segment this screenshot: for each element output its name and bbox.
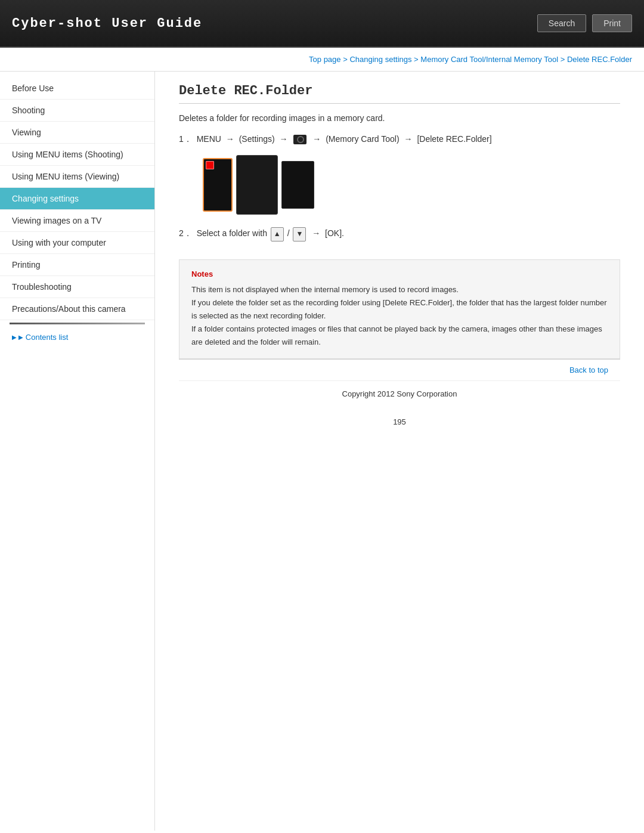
arrow-3: →: [312, 134, 323, 144]
sidebar-item-troubleshooting[interactable]: Troubleshooting: [0, 276, 154, 298]
breadcrumb: Top page > Changing settings > Memory Ca…: [0, 48, 644, 72]
sidebar-item-printing[interactable]: Printing: [0, 254, 154, 276]
step-1-tool: (Memory Card Tool): [326, 134, 399, 144]
camera-illustration-container: [203, 155, 620, 215]
sidebar-item-menu-viewing[interactable]: Using MENU items (Viewing): [0, 166, 154, 188]
camera-body-secondary: [281, 161, 314, 209]
note-2: If you delete the folder set as the reco…: [191, 296, 608, 323]
breadcrumb-sep3: >: [561, 55, 567, 64]
page-number: 195: [179, 413, 620, 431]
camera-menu-screen: [203, 158, 233, 212]
copyright: Copyright 2012 Sony Corporation: [179, 380, 620, 407]
breadcrumb-sep2: >: [414, 55, 420, 64]
memory-card-tool-icon: [293, 135, 306, 144]
step-2-number: 2．: [179, 228, 192, 238]
back-to-top-link[interactable]: Back to top: [569, 366, 608, 374]
footer-bar: Back to top: [179, 359, 620, 380]
sidebar-item-shooting[interactable]: Shooting: [0, 100, 154, 122]
arrow-2: →: [280, 134, 290, 144]
step-2: 2． Select a folder with ▲ / ▼ → [OK].: [179, 227, 620, 241]
page-description: Deletes a folder for recording images in…: [179, 113, 620, 123]
app-title: Cyber-shot User Guide: [12, 16, 202, 31]
down-icon: ▼: [293, 227, 306, 241]
sidebar-item-viewing[interactable]: Viewing: [0, 122, 154, 144]
notes-box: Notes This item is not displayed when th…: [179, 259, 620, 359]
breadcrumb-sep1: >: [343, 55, 349, 64]
camera-illustration: [203, 155, 314, 215]
main-layout: Before Use Shooting Viewing Using MENU i…: [0, 72, 644, 831]
breadcrumb-current[interactable]: Delete REC.Folder: [567, 55, 632, 64]
sidebar: Before Use Shooting Viewing Using MENU i…: [0, 72, 155, 831]
step-1-target: [Delete REC.Folder]: [417, 134, 491, 144]
sidebar-item-before-use[interactable]: Before Use: [0, 78, 154, 100]
contents-list-link[interactable]: Contents list: [0, 327, 154, 348]
arrow-1: →: [226, 134, 237, 144]
notes-title: Notes: [191, 270, 608, 278]
header: Cyber-shot User Guide Search Print: [0, 0, 644, 48]
step-1-number: 1．: [179, 134, 192, 144]
arrow-5: →: [312, 228, 323, 238]
main-content: Delete REC.Folder Deletes a folder for r…: [155, 72, 644, 831]
sidebar-item-computer[interactable]: Using with your computer: [0, 232, 154, 254]
step-2-slash: /: [287, 228, 290, 238]
sidebar-divider: [10, 323, 145, 324]
contents-list-label: Contents list: [26, 333, 69, 342]
notes-content: This item is not displayed when the inte…: [191, 283, 608, 349]
step-1-settings: (Settings): [239, 134, 275, 144]
sidebar-item-changing-settings[interactable]: Changing settings: [0, 188, 154, 210]
camera-body-main: [236, 155, 278, 215]
step-1: 1． MENU → (Settings) → → (Memory Card To…: [179, 132, 620, 145]
sidebar-item-precautions[interactable]: Precautions/About this camera: [0, 298, 154, 320]
up-icon: ▲: [271, 227, 284, 241]
sidebar-item-menu-shooting[interactable]: Using MENU items (Shooting): [0, 144, 154, 166]
breadcrumb-top[interactable]: Top page: [309, 55, 341, 64]
step-2-ok: [OK].: [325, 228, 344, 238]
step-1-menu: MENU: [197, 134, 221, 144]
note-3: If a folder contains protected images or…: [191, 323, 608, 349]
header-actions: Search Print: [537, 14, 632, 32]
breadcrumb-memory-tool[interactable]: Memory Card Tool/Internal Memory Tool: [420, 55, 558, 64]
note-1: This item is not displayed when the inte…: [191, 283, 608, 296]
sidebar-item-viewing-tv[interactable]: Viewing images on a TV: [0, 210, 154, 232]
step-2-text: Select a folder with: [197, 228, 270, 238]
menu-button-indicator: [206, 161, 214, 169]
search-button[interactable]: Search: [537, 14, 586, 32]
breadcrumb-settings[interactable]: Changing settings: [349, 55, 411, 64]
print-button[interactable]: Print: [592, 14, 632, 32]
arrow-4: →: [404, 134, 415, 144]
page-title: Delete REC.Folder: [179, 83, 620, 104]
